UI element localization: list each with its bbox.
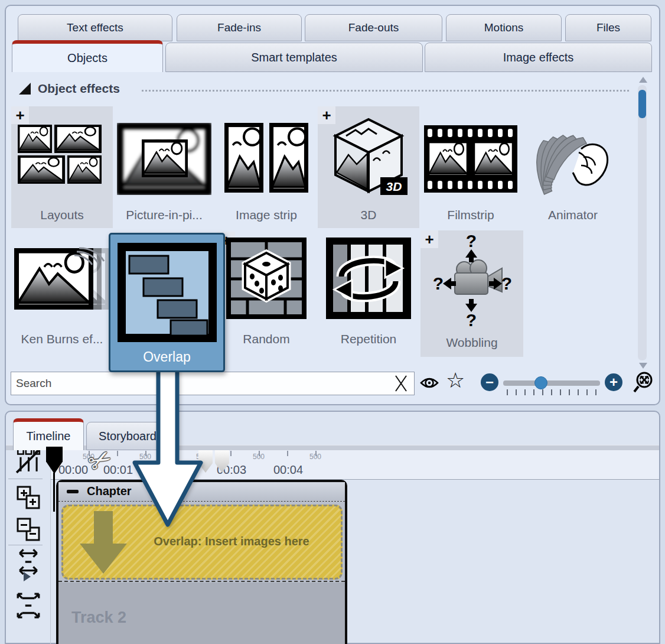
tab-label: Storyboard [99, 430, 157, 443]
tab-label: Timeline [27, 430, 71, 443]
tab-label: Text effects [67, 21, 123, 34]
effect-tile-ken-burns[interactable]: Ken Burns ef... [11, 230, 113, 352]
ken-burns-thumbnail-icon [13, 243, 111, 317]
chapter-title: Chapter [87, 484, 132, 498]
picture-in-picture-thumbnail-icon [117, 123, 211, 195]
animator-thumbnail-icon [532, 123, 614, 195]
overlap-thumbnail-icon [118, 243, 217, 342]
track-divider [58, 581, 345, 582]
tab-label: Fade-ins [217, 21, 261, 34]
thumbnail-size-slider-thumb[interactable] [534, 376, 547, 389]
chapter-header[interactable]: Chapter [58, 482, 345, 502]
3d-corner-badge: 3D [386, 180, 402, 193]
visibility-eye-icon[interactable] [420, 375, 439, 391]
effect-tile-image-strip[interactable]: Image strip [216, 106, 317, 228]
effect-tile-random[interactable]: + Random [216, 230, 317, 352]
scrollbar-thumb[interactable] [638, 90, 646, 118]
ruler-interval-label: 500 [247, 453, 270, 461]
scrollbar-track[interactable] [638, 85, 647, 360]
tab-smart-templates[interactable]: Smart templates [165, 43, 423, 72]
effect-tile-3d[interactable]: + 3D 3D [318, 106, 419, 228]
tab-motions[interactable]: Motions [446, 14, 562, 41]
effect-label: Repetition [318, 332, 419, 346]
effect-label: Image strip [216, 208, 317, 222]
zoom-fit-magnifier-icon[interactable] [633, 371, 654, 393]
overlap-dropzone[interactable]: Overlap: Insert images here [61, 505, 343, 580]
toolbar-divider [8, 479, 43, 479]
effect-label: Overlap [110, 349, 223, 365]
effect-tile-wobbling[interactable]: + ? ? ? ? Wobbling [420, 230, 523, 357]
filmstrip-thumbnail-icon [424, 125, 517, 193]
ruler-interval-label: 500 [133, 453, 157, 461]
effect-label: Ken Burns ef... [11, 332, 113, 346]
tab-label: Image effects [503, 51, 574, 64]
manual-arrangement-icon[interactable] [15, 447, 41, 474]
effect-label: Filmstrip [420, 208, 521, 222]
tab-image-effects[interactable]: Image effects [425, 43, 652, 72]
layouts-thumbnail-icon [17, 121, 105, 193]
zoom-out-button[interactable]: − [481, 373, 498, 391]
scrollbar-up-icon[interactable] [639, 77, 647, 83]
grow-view-icon[interactable] [15, 592, 41, 619]
effect-tile-picture-in-picture[interactable]: Picture-in-pi... [113, 106, 215, 228]
svg-text:?: ? [501, 274, 512, 293]
tab-fade-outs[interactable]: Fade-outs [305, 14, 442, 41]
playhead-line [53, 473, 55, 512]
tab-text-effects[interactable]: Text effects [18, 14, 172, 41]
thumbnail-size-slider-track[interactable] [503, 380, 600, 386]
collapse-chapter-minus-icon[interactable] [67, 490, 79, 493]
effect-tile-filmstrip[interactable]: Filmstrip [420, 106, 521, 228]
effect-label: Animator [522, 208, 624, 222]
tab-label: Motions [484, 21, 524, 34]
tab-label: Objects [67, 51, 107, 65]
wobbling-thumbnail-icon: ? ? ? ? [432, 233, 513, 327]
effect-label: Wobbling [420, 336, 523, 350]
search-input[interactable] [11, 372, 415, 395]
section-divider [142, 90, 629, 92]
slider-tick-marks [507, 389, 596, 395]
tab-objects[interactable]: Objects [12, 40, 163, 72]
tab-label: Files [596, 21, 620, 34]
tab-timeline[interactable]: Timeline [13, 418, 84, 450]
3d-thumbnail-icon: 3D [328, 116, 409, 199]
effect-tile-layouts[interactable]: + Layouts [11, 106, 113, 228]
scrollbar-down-icon[interactable] [639, 363, 647, 369]
effect-label: Layouts [11, 208, 113, 222]
toolbar-divider [8, 545, 43, 545]
track-2[interactable]: Track 2 [58, 583, 345, 644]
random-thumbnail-icon [226, 238, 307, 319]
svg-text:?: ? [466, 233, 477, 251]
app-window: Text effects Fade-ins Fade-outs Motions … [0, 0, 665, 644]
ruler-time-label: 00:04 [268, 463, 309, 477]
tab-label: Smart templates [251, 51, 337, 64]
effect-label: 3D [318, 208, 419, 222]
collapse-all-tracks-icon[interactable] [15, 516, 41, 542]
tab-label: Fade-outs [348, 21, 399, 34]
effect-tile-overlap-selected[interactable]: Overlap [109, 233, 225, 372]
track-label: Track 2 [71, 609, 126, 627]
svg-text:?: ? [433, 274, 444, 293]
effect-tile-repetition[interactable]: Repetition [318, 230, 419, 352]
tab-fade-ins[interactable]: Fade-ins [177, 14, 302, 41]
ruler-interval-label: 500 [304, 453, 327, 461]
section-title: Object effects [38, 82, 120, 96]
expand-all-tracks-icon[interactable] [15, 484, 41, 510]
tab-files[interactable]: Files [565, 14, 651, 41]
repetition-thumbnail-icon [326, 238, 411, 319]
favorites-star-icon[interactable]: ☆ [446, 368, 465, 393]
effect-label: Picture-in-pi... [113, 208, 215, 222]
image-strip-thumbnail-icon [222, 122, 311, 194]
effect-tile-animator[interactable]: Animator [522, 106, 624, 228]
zoom-in-button[interactable]: + [605, 373, 622, 391]
toolbar-flyout-arrow-icon[interactable] [24, 572, 31, 581]
svg-text:?: ? [466, 310, 477, 327]
clear-search-icon[interactable] [392, 375, 410, 392]
dropzone-text: Overlap: Insert images here [122, 535, 341, 548]
effect-label: Random [216, 332, 317, 346]
